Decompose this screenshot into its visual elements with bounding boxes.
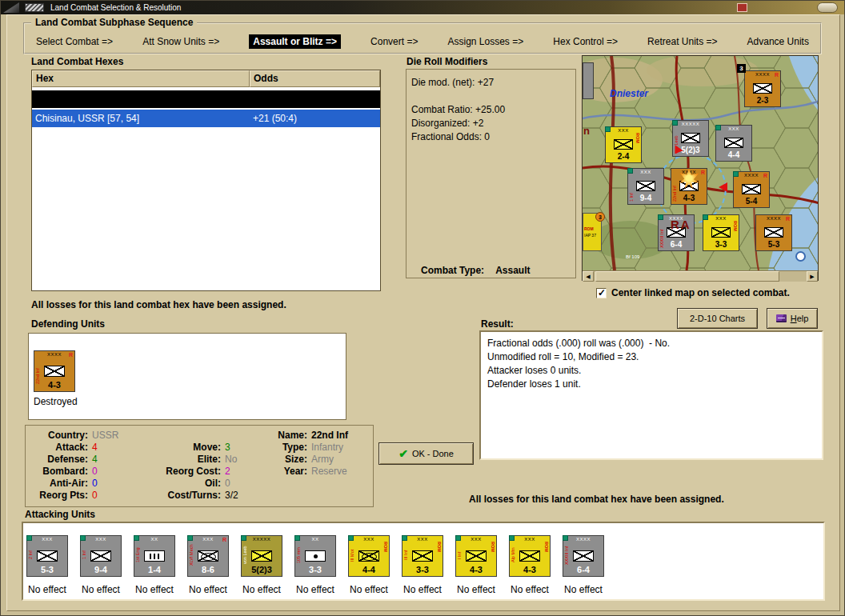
unit-size-label: XXXX	[563, 537, 603, 542]
unit-name-label: 2 Inf	[28, 542, 33, 569]
modifier-line: Die mod. (net): +27	[411, 76, 571, 90]
unit-type-symbol	[711, 227, 731, 238]
detail-row: Move: 3	[147, 442, 272, 454]
map-unit-counter[interactable]: XXX ROM 3-3	[703, 214, 739, 251]
reserve-marker: R	[701, 170, 705, 175]
unit-size-label: XXXXX	[242, 537, 282, 542]
attacking-section-title: Attacking Units	[25, 509, 95, 520]
unit-name-label: von Leeb	[242, 542, 247, 569]
map-unit-counter[interactable]: XXX 4-4	[715, 125, 752, 162]
detail-value: Infantry	[311, 442, 343, 454]
center-map-checkbox[interactable]	[596, 288, 607, 298]
titlebar-menu-button[interactable]	[817, 2, 838, 13]
map-unit-counter[interactable]: XXX 1 Inf 9-4	[627, 168, 664, 205]
book-icon	[776, 314, 787, 322]
detail-row: Attack: 4	[30, 442, 147, 454]
unit-status-label: Destroyed	[34, 396, 78, 407]
detail-value: 0	[92, 478, 98, 490]
attack-arrow-icon	[719, 182, 727, 192]
attacking-unit-counter[interactable]: XXX I Inf ROM 4-3	[455, 535, 497, 577]
result-line: Unmodified roll = 10, Modified = 23.	[487, 350, 815, 364]
map-label: Dniester	[610, 88, 648, 99]
detail-row: Oil: 0	[147, 478, 272, 490]
defending-unit-counter[interactable]: XXXX R 22nd Inf 4-3	[34, 350, 75, 392]
detail-value: 4	[92, 442, 98, 454]
unit-detail-panel: Country: USSR Attack: 4 Defense: 4 Bomba…	[25, 425, 374, 507]
detail-label: Move:	[147, 442, 221, 454]
window-title: Land Combat Selection & Resolution	[50, 3, 181, 12]
map-unit-counter[interactable]: XXXX R 2-3	[744, 70, 781, 107]
titlebar-red-button[interactable]	[737, 3, 747, 12]
unit-type-symbol	[614, 139, 633, 150]
unit-strength-label: 4-3	[34, 381, 74, 390]
detail-column: Country: USSR Attack: 4 Defense: 4 Bomba…	[30, 430, 147, 502]
attacking-unit-counter[interactable]: XXX III Inf ROM 3-3	[402, 535, 443, 577]
title-bar[interactable]: Land Combat Selection & Resolution	[1, 1, 844, 14]
unit-cell: XXX 2 Inf 5-3 No effect	[26, 535, 68, 595]
subphase-step: Retreat Units =>	[647, 36, 717, 47]
attacking-unit-counter[interactable]: XXX III Mot ROM 4-4	[348, 535, 390, 577]
unit-strength-label: 4-4	[349, 566, 389, 574]
unit-effect-label: No effect	[455, 584, 497, 595]
attacking-unit-counter[interactable]: XX 1st Eng 1-4	[134, 535, 175, 577]
table-row[interactable]: Chisinau, USSR [57, 54] +21 (50:4)	[32, 110, 380, 127]
map-label: RA	[671, 218, 691, 231]
unit-cell: XXX III Mot ROM 4-4 No effect	[348, 535, 390, 595]
subphase-sequence-group: Land Combat Subphase Sequence Select Com…	[23, 22, 822, 54]
map-unit-counter[interactable]: XXXX R 5-4	[733, 171, 770, 208]
charts-button[interactable]: 2-D-10 Charts	[677, 308, 758, 329]
unit-strength-label: 2-3	[745, 96, 780, 105]
unit-cell: XX 105 mm 3-3 No effect	[294, 535, 336, 595]
attacking-unit-counter[interactable]: XXXX XXXIII Inf 6-4	[563, 535, 604, 577]
unit-type-symbol	[681, 133, 700, 143]
detail-value: 22nd Inf	[311, 430, 348, 442]
attacking-unit-counter[interactable]: XXX 2 Inf 5-3	[26, 535, 68, 577]
table-row[interactable]	[32, 90, 380, 108]
reserve-marker: R	[775, 72, 779, 78]
unit-effect-label: No effect	[402, 584, 443, 595]
detail-label: Type:	[272, 442, 307, 454]
unit-type-symbol	[144, 550, 165, 562]
scroll-right-button[interactable]	[807, 271, 818, 282]
detail-value: 3/2	[225, 490, 238, 502]
scrollbar-thumb[interactable]	[595, 271, 779, 282]
map-horizontal-scrollbar[interactable]	[583, 270, 818, 282]
scrollbar-track[interactable]	[779, 271, 807, 282]
detail-label: Anti-Air:	[30, 478, 88, 490]
unit-name-label: 105 mm	[296, 542, 301, 569]
map-view[interactable]: XXXX R 2-3 XXX ROM	[582, 55, 819, 281]
map-unit-counter[interactable]: XXXX R 5-3	[755, 214, 792, 251]
attacking-unit-counter[interactable]: XXX R XLVI Mech 8-6	[187, 535, 229, 577]
map-canvas[interactable]: XXXX R 2-3 XXX ROM	[583, 56, 818, 270]
result-line: Defender loses 1 unit.	[487, 378, 815, 391]
air-unit-counter[interactable]: 3 ROM IAP 37	[583, 213, 602, 251]
detail-label: Size:	[272, 454, 307, 466]
unit-cell: XXXXX von Leeb 5(2)3 No effect	[241, 535, 282, 595]
help-button[interactable]: Help	[767, 308, 818, 329]
unit-strength-label: 6-4	[659, 240, 694, 249]
unit-strength-label: 5-3	[27, 566, 67, 574]
unit-type-symbol	[198, 550, 218, 562]
unit-name-label: III Inf	[403, 542, 408, 569]
nationality-label: ROM	[733, 221, 738, 231]
ok-done-button-label: OK - Done	[412, 449, 454, 458]
unit-type-symbol	[742, 184, 761, 194]
attacking-unit-counter[interactable]: XX 105 mm 3-3	[294, 535, 336, 577]
attacking-unit-counter[interactable]: XXX 1 Inf 9-4	[80, 535, 122, 577]
unit-type-symbol	[636, 181, 655, 191]
unit-strength-label: 3-3	[402, 566, 443, 574]
detail-row: Name: 22nd Inf	[272, 430, 368, 442]
ok-done-button[interactable]: ✔ OK - Done	[378, 442, 474, 465]
table-body: Chisinau, USSR [57, 54] +21 (50:4)	[32, 87, 380, 127]
map-unit-counter[interactable]: XXX ROM 2-4	[605, 126, 642, 163]
unit-strength-label: 8-6	[188, 566, 228, 574]
subphase-step: Advance Units	[747, 36, 809, 47]
scroll-left-button[interactable]	[583, 271, 594, 282]
detail-label: Reorg Cost:	[147, 466, 221, 478]
detail-value: 0	[92, 490, 98, 502]
attacking-unit-counter[interactable]: XXX Alp Mtn ROM 4-3	[509, 535, 551, 577]
attacking-unit-counter[interactable]: XXXXX von Leeb 5(2)3	[241, 535, 282, 577]
attacking-units-panel: XXX 2 Inf 5-3 No effect XXX 1 Inf	[22, 522, 825, 601]
reserve-marker: R	[763, 173, 767, 178]
hex-cell: Chisinau, USSR [57, 54]	[32, 113, 250, 124]
